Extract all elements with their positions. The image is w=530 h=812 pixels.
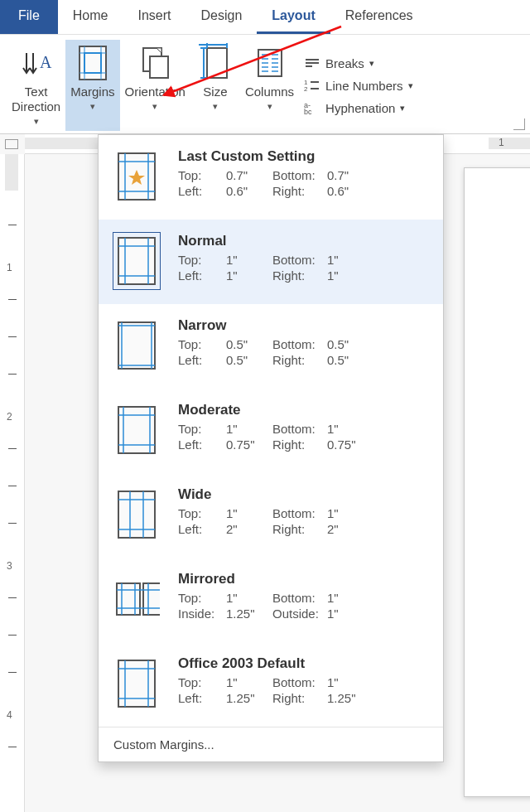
- margin-option-values: Top:0.5"Bottom:0.5"Left:0.5"Right:0.5": [178, 337, 428, 367]
- text-direction-button[interactable]: A Text Direction ▾: [7, 40, 65, 131]
- margin-option-title: Last Custom Setting: [178, 148, 428, 165]
- margin-option-values: Top:1"Bottom:1"Left:1.25"Right:1.25": [178, 675, 428, 705]
- margin-preset-icon: [113, 317, 160, 374]
- margin-option-title: Normal: [178, 233, 428, 249]
- margins-option-office-2003-default[interactable]: Office 2003 DefaultTop:1"Bottom:1"Left:1…: [99, 642, 443, 727]
- margin-option-values: Top:1"Bottom:1"Left:0.75"Right:0.75": [178, 422, 428, 452]
- margin-option-title: Narrow: [178, 317, 428, 334]
- vruler-mark: 3: [7, 560, 12, 572]
- custom-margins-button[interactable]: Custom Margins...: [99, 727, 443, 761]
- svg-rect-45: [118, 238, 155, 284]
- ribbon-tabs: File Home Insert Design Layout Reference…: [0, 0, 530, 35]
- margins-dropdown: Last Custom SettingTop:0.7"Bottom:0.7"Le…: [98, 134, 444, 762]
- line-numbers-icon: 12: [304, 79, 320, 92]
- columns-label: Columns: [245, 85, 294, 99]
- margins-icon: [73, 43, 113, 83]
- chevron-down-icon: ▾: [369, 58, 374, 69]
- breaks-button[interactable]: Breaks▾: [304, 56, 412, 70]
- size-label: Size: [203, 85, 227, 99]
- svg-rect-3: [80, 46, 106, 80]
- svg-rect-65: [117, 583, 140, 615]
- chevron-down-icon: ▾: [90, 101, 95, 112]
- svg-rect-12: [207, 48, 227, 78]
- line-numbers-button[interactable]: 12 Line Numbers▾: [304, 79, 412, 93]
- tab-references[interactable]: References: [330, 0, 428, 34]
- line-numbers-label: Line Numbers: [325, 79, 402, 93]
- ribbon-layout: A Text Direction ▾ Margins ▾: [0, 35, 530, 134]
- orientation-button[interactable]: Orientation ▾: [120, 40, 190, 131]
- chevron-down-icon: ▾: [267, 101, 272, 112]
- svg-text:A: A: [40, 53, 52, 71]
- margins-button[interactable]: Margins ▾: [65, 40, 119, 131]
- margin-option-values: Top:1"Bottom:1"Left:2"Right:2": [178, 506, 428, 536]
- chevron-down-icon: ▾: [400, 103, 405, 114]
- svg-text:bc: bc: [304, 108, 312, 114]
- margins-option-moderate[interactable]: ModerateTop:1"Bottom:1"Left:0.75"Right:0…: [99, 389, 443, 473]
- columns-icon: [250, 43, 290, 83]
- margin-option-values: Top:1"Bottom:1"Left:1"Right:1": [178, 253, 428, 283]
- margins-option-last-custom-setting[interactable]: Last Custom SettingTop:0.7"Bottom:0.7"Le…: [99, 135, 443, 220]
- margin-option-values: Top:1"Bottom:1"Inside:1.25"Outside:1": [178, 591, 428, 621]
- margins-label: Margins: [70, 85, 114, 99]
- hyphenation-label: Hyphenation: [325, 101, 395, 115]
- breaks-label: Breaks: [325, 56, 364, 70]
- chevron-down-icon: ▾: [213, 101, 218, 112]
- page-setup-dialog-launcher[interactable]: [513, 118, 525, 130]
- breaks-icon: [304, 56, 320, 70]
- chevron-down-icon: ▾: [34, 116, 39, 127]
- vertical-ruler[interactable]: 1 2 3 4: [0, 154, 25, 812]
- text-direction-icon: A: [17, 43, 56, 83]
- hyphenation-icon: a-bc: [304, 101, 320, 114]
- tab-file[interactable]: File: [0, 0, 58, 34]
- margin-option-title: Mirrored: [178, 571, 428, 587]
- margin-option-title: Office 2003 Default: [178, 655, 428, 672]
- svg-text:2: 2: [304, 85, 308, 92]
- svg-rect-66: [143, 583, 160, 615]
- vruler-mark: 2: [7, 411, 12, 423]
- margin-preset-icon: [113, 655, 160, 712]
- margins-option-narrow[interactable]: NarrowTop:0.5"Bottom:0.5"Left:0.5"Right:…: [99, 304, 443, 389]
- margins-option-normal[interactable]: NormalTop:1"Bottom:1"Left:1"Right:1": [99, 220, 443, 304]
- tab-insert[interactable]: Insert: [123, 0, 186, 34]
- margin-preset-icon: [113, 402, 160, 458]
- tab-home[interactable]: Home: [58, 0, 123, 34]
- columns-button[interactable]: Columns ▾: [240, 40, 299, 131]
- orientation-icon: [135, 43, 175, 83]
- margin-preset-icon: [113, 571, 160, 627]
- size-button[interactable]: Size ▾: [190, 40, 240, 131]
- ruler-corner: [5, 139, 18, 149]
- vruler-mark: 4: [7, 709, 12, 721]
- margin-preset-icon: [113, 233, 160, 289]
- page-setup-extras: Breaks▾ 12 Line Numbers▾ a-bc Hyphenatio…: [299, 40, 412, 131]
- chevron-down-icon: ▾: [152, 101, 157, 112]
- tab-design[interactable]: Design: [186, 0, 257, 34]
- hruler-mark-1: 1: [499, 137, 504, 148]
- chevron-down-icon: ▾: [408, 80, 413, 91]
- hyphenation-button[interactable]: a-bc Hyphenation▾: [304, 101, 412, 115]
- svg-rect-11: [150, 56, 168, 78]
- margins-option-mirrored[interactable]: MirroredTop:1"Bottom:1"Inside:1.25"Outsi…: [99, 558, 443, 642]
- margin-option-title: Wide: [178, 486, 428, 503]
- vruler-mark: 1: [7, 262, 12, 273]
- orientation-label: Orientation: [125, 85, 186, 99]
- size-icon: [195, 43, 235, 83]
- svg-rect-73: [118, 660, 155, 707]
- tab-layout[interactable]: Layout: [257, 0, 330, 34]
- margin-option-values: Top:0.7"Bottom:0.7"Left:0.6"Right:0.6": [178, 168, 428, 198]
- margins-option-wide[interactable]: WideTop:1"Bottom:1"Left:2"Right:2": [99, 473, 443, 558]
- margin-preset-icon: [113, 486, 160, 543]
- svg-rect-60: [118, 491, 155, 538]
- text-direction-label: Text Direction: [12, 85, 60, 114]
- svg-rect-50: [118, 322, 155, 369]
- margin-preset-icon: [113, 148, 160, 205]
- document-page[interactable]: [464, 167, 530, 797]
- margin-option-title: Moderate: [178, 402, 428, 418]
